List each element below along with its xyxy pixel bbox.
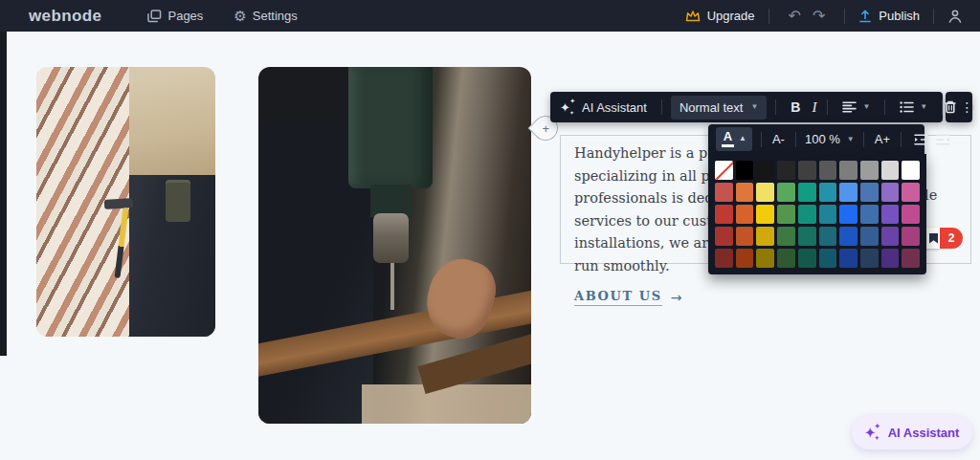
- indent-button[interactable]: [910, 134, 932, 145]
- color-swatch[interactable]: [902, 205, 920, 224]
- color-swatch[interactable]: [819, 183, 837, 202]
- color-swatch[interactable]: [860, 161, 879, 180]
- color-swatch[interactable]: [819, 227, 837, 246]
- color-swatch[interactable]: [715, 161, 733, 180]
- divider: [942, 99, 943, 115]
- color-swatch[interactable]: [777, 227, 795, 246]
- color-swatch[interactable]: [881, 227, 900, 246]
- color-swatch[interactable]: [839, 249, 858, 268]
- color-swatch[interactable]: [839, 183, 858, 202]
- color-swatch[interactable]: [736, 227, 754, 246]
- undo-button[interactable]: ↶: [783, 9, 807, 24]
- notification-count-badge: 2: [940, 228, 963, 249]
- color-swatch[interactable]: [881, 249, 900, 268]
- outdent-button[interactable]: [932, 134, 954, 145]
- divider: [827, 99, 828, 115]
- color-swatch[interactable]: [839, 205, 858, 224]
- color-swatch[interactable]: [736, 249, 754, 268]
- account-button[interactable]: [947, 9, 963, 24]
- color-swatch[interactable]: [777, 249, 795, 268]
- color-swatch[interactable]: [715, 183, 733, 202]
- color-swatch[interactable]: [736, 205, 754, 224]
- color-swatch[interactable]: [777, 205, 795, 224]
- color-swatch[interactable]: [777, 161, 795, 180]
- upgrade-button[interactable]: Upgrade: [685, 9, 755, 23]
- color-swatch[interactable]: [715, 205, 733, 224]
- about-us-label: ABOUT US: [574, 289, 662, 306]
- color-swatch[interactable]: [777, 183, 795, 202]
- crown-icon: [685, 10, 701, 22]
- divider: [844, 9, 845, 24]
- color-swatch[interactable]: [798, 249, 816, 268]
- color-swatch[interactable]: [860, 183, 879, 202]
- list-dropdown[interactable]: ▼: [894, 101, 933, 113]
- divider: [933, 9, 934, 24]
- color-swatch[interactable]: [756, 249, 774, 268]
- delete-button[interactable]: [945, 100, 956, 114]
- publish-button[interactable]: Publish: [858, 9, 920, 23]
- ai-assistant-label: AI Assistant: [582, 100, 647, 115]
- photo-decoration: [390, 263, 394, 309]
- divider: [901, 132, 902, 147]
- color-swatch[interactable]: [756, 205, 774, 224]
- chevron-down-icon: ▼: [847, 136, 855, 143]
- photo-decoration: [373, 213, 409, 263]
- menu-pages[interactable]: Pages: [147, 9, 203, 23]
- color-swatch[interactable]: [819, 205, 837, 224]
- italic-button[interactable]: I: [806, 99, 818, 116]
- font-smaller-button[interactable]: A-: [770, 132, 787, 146]
- color-swatch[interactable]: [839, 161, 858, 180]
- color-swatch[interactable]: [860, 227, 879, 246]
- color-swatch[interactable]: [881, 183, 900, 202]
- redo-icon: ↷: [813, 8, 825, 24]
- color-swatch[interactable]: [902, 161, 920, 180]
- color-swatch[interactable]: [881, 161, 900, 180]
- color-swatch[interactable]: [860, 205, 879, 224]
- color-swatch[interactable]: [756, 227, 774, 246]
- align-dropdown[interactable]: ▼: [836, 101, 876, 113]
- color-swatch[interactable]: [715, 249, 733, 268]
- text-style-value: Normal text: [679, 100, 743, 115]
- publish-label: Publish: [879, 9, 920, 23]
- upgrade-label: Upgrade: [707, 9, 755, 23]
- color-swatch[interactable]: [715, 227, 733, 246]
- color-swatch[interactable]: [736, 183, 754, 202]
- font-larger-button[interactable]: A+: [873, 132, 892, 146]
- divider: [768, 9, 769, 24]
- about-us-link[interactable]: ABOUT US →: [574, 289, 681, 306]
- color-swatch[interactable]: [798, 205, 816, 224]
- font-color-button[interactable]: A ▲: [716, 127, 752, 151]
- color-swatch[interactable]: [839, 227, 858, 246]
- color-swatch[interactable]: [756, 161, 774, 180]
- color-swatch[interactable]: [819, 161, 837, 180]
- redo-button[interactable]: ↷: [807, 9, 831, 24]
- color-swatch[interactable]: [736, 161, 754, 180]
- ai-assistant-button[interactable]: ✦✦✦ AI Assistant: [560, 99, 653, 115]
- color-swatch[interactable]: [756, 183, 774, 202]
- color-swatch[interactable]: [902, 227, 920, 246]
- color-swatch[interactable]: [798, 183, 816, 202]
- font-size-dropdown[interactable]: 100 % ▼: [805, 132, 855, 146]
- text-style-dropdown[interactable]: Normal text ▼: [671, 96, 767, 120]
- photo-drill[interactable]: [258, 67, 531, 424]
- color-swatch[interactable]: [881, 205, 900, 224]
- color-swatch[interactable]: [798, 161, 816, 180]
- color-swatch[interactable]: [860, 249, 879, 268]
- color-swatch[interactable]: [902, 249, 920, 268]
- kebab-icon: ⋮: [961, 99, 974, 115]
- undo-icon: ↶: [789, 8, 801, 24]
- color-swatch[interactable]: [798, 227, 816, 246]
- bold-button[interactable]: B: [785, 99, 806, 115]
- chevron-up-icon: ▲: [739, 135, 746, 142]
- bullet-list-icon: [900, 101, 914, 113]
- flag-icon: [929, 233, 938, 244]
- more-options-button[interactable]: ⋮: [961, 99, 974, 115]
- ai-assistant-floating-button[interactable]: ✦✦✦ AI Assistant: [852, 415, 972, 449]
- menu-settings[interactable]: ⚙ Settings: [234, 9, 297, 23]
- photo-decoration: [129, 67, 215, 180]
- photo-toolbelt[interactable]: [36, 67, 215, 337]
- gear-icon: ⚙: [234, 9, 246, 23]
- color-swatch[interactable]: [902, 183, 920, 202]
- color-swatch[interactable]: [819, 249, 837, 268]
- text-toolbar: ✦✦✦ AI Assistant Normal text ▼ B I ▼: [550, 92, 943, 122]
